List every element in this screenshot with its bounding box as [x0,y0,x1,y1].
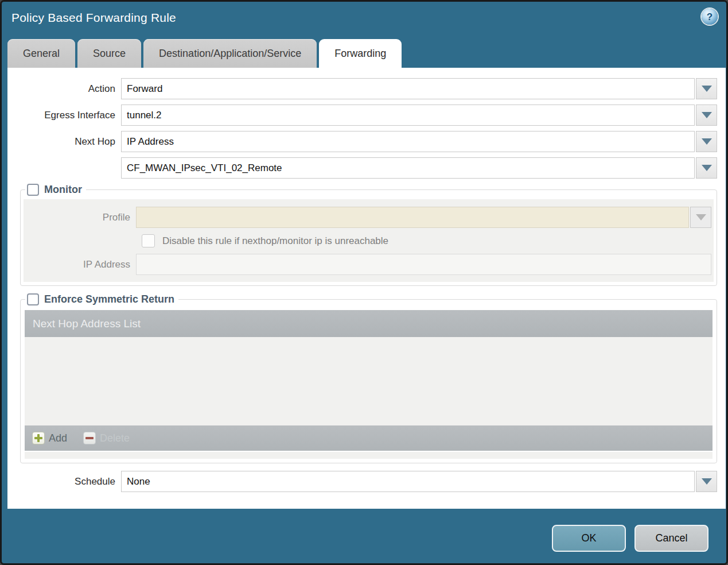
profile-label: Profile [26,212,136,223]
delete-button-label: Delete [100,432,130,444]
schedule-label: Schedule [7,476,121,487]
next-hop-address-list-table: Next Hop Address List Add Delete [25,310,713,459]
next-hop-type-input[interactable] [121,131,695,152]
action-row: Action [7,78,717,99]
table-toolbar: Add Delete [25,425,713,451]
tab-forwarding[interactable]: Forwarding [319,39,402,68]
action-input[interactable] [121,78,695,99]
tab-destination-application-service[interactable]: Destination/Application/Service [143,39,317,68]
cancel-button[interactable]: Cancel [634,525,708,552]
table-body[interactable] [25,337,713,425]
action-dropdown-button[interactable] [696,78,717,99]
symmetric-return-section-title: Enforce Symmetric Return [44,293,174,305]
add-button-label: Add [49,432,67,444]
next-hop-address-input[interactable] [121,157,695,179]
table-scroll-strip [25,452,713,459]
tab-general[interactable]: General [7,39,75,68]
egress-interface-row: Egress Interface [7,105,717,126]
monitor-section-title: Monitor [44,184,82,196]
symmetric-return-section: Enforce Symmetric Return Next Hop Addres… [20,293,717,463]
monitor-panel: Profile Disable this rule if nexthop/mon… [24,199,714,282]
forwarding-tab-panel: Action Egress Interface Next Hop [7,68,726,509]
minus-icon [83,432,96,444]
action-label: Action [7,83,121,95]
tab-bar: General Source Destination/Application/S… [7,39,402,68]
table-header: Next Hop Address List [25,310,713,337]
profile-input [136,207,689,228]
add-button[interactable]: Add [32,432,67,444]
chevron-down-icon [702,112,712,118]
monitor-section: Monitor Profile Disable this rule if nex… [20,184,717,286]
ok-button[interactable]: OK [552,525,626,552]
chevron-down-icon [696,214,706,220]
help-button[interactable]: ? [702,9,718,25]
dialog-title: Policy Based Forwarding Rule [11,11,176,25]
schedule-dropdown-button[interactable] [696,471,717,492]
monitor-ip-address-label: IP Address [26,259,136,270]
chevron-down-icon [702,478,712,485]
egress-interface-dropdown-button[interactable] [696,105,717,126]
next-hop-address-list-column-header: Next Hop Address List [33,318,141,330]
egress-interface-label: Egress Interface [7,110,121,121]
tab-source[interactable]: Source [77,39,141,68]
profile-row: Profile [26,207,711,228]
profile-dropdown-button [690,207,711,228]
next-hop-label: Next Hop [7,136,121,148]
next-hop-type-dropdown-button[interactable] [696,131,717,152]
chevron-down-icon [702,165,712,171]
question-mark-icon: ? [707,12,713,22]
egress-interface-input[interactable] [121,105,695,126]
disable-rule-checkbox [142,234,155,247]
delete-button: Delete [83,432,130,444]
next-hop-row: Next Hop [7,131,717,152]
policy-based-forwarding-dialog: Policy Based Forwarding Rule ? General S… [0,0,728,565]
next-hop-address-row [7,157,717,179]
monitor-ip-address-input [136,254,711,275]
schedule-input[interactable] [121,471,695,492]
disable-rule-label: Disable this rule if nexthop/monitor ip … [162,235,388,247]
next-hop-address-dropdown-button[interactable] [696,157,717,179]
dialog-footer: OK Cancel [552,525,708,552]
disable-rule-row: Disable this rule if nexthop/monitor ip … [142,234,711,247]
monitor-checkbox[interactable] [27,184,39,196]
chevron-down-icon [702,138,712,145]
monitor-ip-address-row: IP Address [26,254,711,275]
schedule-row: Schedule [7,471,717,492]
chevron-down-icon [702,86,712,92]
enforce-symmetric-return-checkbox[interactable] [27,293,39,305]
plus-icon [32,432,45,444]
